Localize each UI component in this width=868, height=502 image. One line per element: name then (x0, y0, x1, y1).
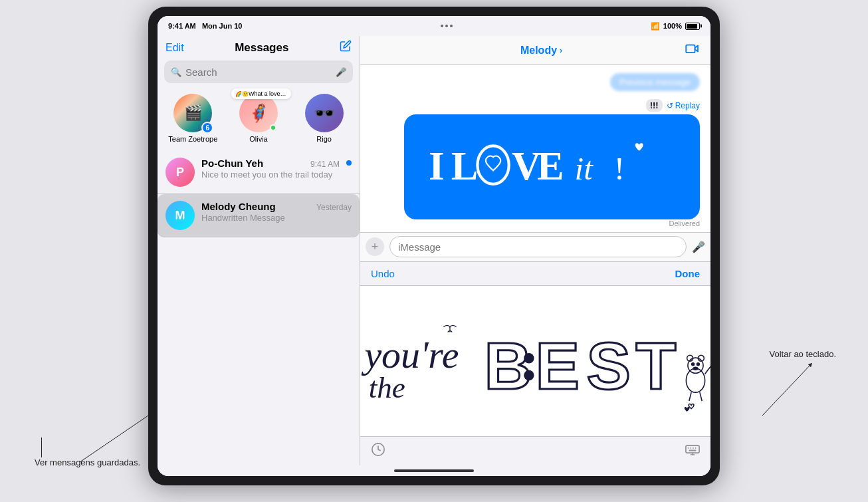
undo-button[interactable]: Undo (371, 268, 395, 279)
conv-preview-melody: Handwritten Message (201, 213, 352, 223)
conv-info-pochun: Po-Chun Yeh 9:41 AM Nice to meet you on … (201, 158, 340, 180)
history-annotation-text: Ver mensagens guardadas. (35, 457, 140, 467)
conv-time-pochun: 9:41 AM (310, 160, 340, 169)
search-input[interactable] (185, 66, 332, 78)
wifi-icon: 📶 (651, 22, 660, 31)
conv-info-melody: Melody Cheung Yesterday Handwritten Mess… (201, 201, 352, 223)
svg-line-34 (80, 416, 148, 462)
svg-text:you're: you're (361, 332, 459, 376)
svg-text:E: E (536, 329, 580, 403)
unread-dot-pochun (346, 160, 352, 166)
svg-text:L: L (451, 144, 478, 188)
svg-point-22 (693, 367, 697, 370)
battery-fill (687, 24, 697, 29)
svg-text:T: T (636, 329, 677, 403)
status-center (441, 25, 453, 27)
compose-button[interactable] (340, 40, 352, 55)
home-indicator (158, 465, 710, 476)
status-bar: 9:41 AM Mon Jun 10 📶 100% (158, 16, 710, 36)
love-it-message-container: !!! ↺ Replay I (371, 99, 700, 230)
status-dot-3 (450, 25, 453, 27)
messages-area: Previous message !!! ↺ Replay (360, 65, 710, 232)
svg-line-33 (762, 364, 811, 416)
featured-name-olivia: Olivia (249, 135, 268, 143)
svg-point-21 (697, 362, 699, 365)
svg-point-17 (688, 358, 703, 373)
edit-button[interactable]: Edit (165, 42, 184, 54)
handwriting-content-svg: you're the B (360, 286, 710, 437)
mic-button[interactable]: 🎤 (692, 241, 705, 253)
unread-badge-zoetrope: 6 (201, 122, 213, 134)
featured-item-olivia[interactable]: 🦸‍♀️ What a lovely day, sunshine! Olivia (232, 94, 285, 143)
battery-percent: 100% (663, 22, 682, 30)
home-bar (394, 469, 474, 472)
conv-preview-pochun: Nice to meet you on the trail today (201, 170, 340, 180)
replay-area: !!! ↺ Replay (643, 99, 700, 112)
svg-point-11 (524, 353, 534, 363)
conversation-item-melody[interactable]: M Melody Cheung Yesterday Handwritten Me… (158, 194, 360, 237)
svg-point-20 (692, 362, 695, 365)
love-it-bubble: I L V (404, 114, 701, 219)
message-input-bar: + 🎤 (360, 232, 710, 261)
canvas-toolbar (360, 436, 710, 465)
svg-text:S: S (587, 329, 631, 403)
svg-text:it: it (574, 150, 594, 187)
conversation-item-pochun[interactable]: P Po-Chun Yeh 9:41 AM Nice to meet you o… (158, 151, 360, 194)
svg-text:!: ! (613, 150, 624, 187)
keyboard-annotation-text: Voltar ao teclado. (770, 349, 836, 359)
chat-contact-name[interactable]: Melody › (520, 45, 562, 57)
add-attachment-button[interactable]: + (366, 237, 384, 256)
avatar-rigo: 🕶️ (305, 94, 344, 132)
avatar-melody: M (165, 201, 195, 230)
replay-icon: ↺ (667, 101, 673, 110)
svg-rect-0 (686, 45, 695, 53)
olivia-message-preview: What a lovely day, sunshine! (231, 88, 291, 99)
chat-header: Melody › (360, 36, 710, 65)
svg-point-3 (477, 146, 508, 184)
love-it-handwriting: I L V (417, 122, 687, 209)
svg-text:the: the (369, 370, 405, 404)
svg-text:E: E (536, 144, 564, 188)
conversation-list: P Po-Chun Yeh 9:41 AM Nice to meet you o… (158, 151, 360, 465)
replay-button[interactable]: ↺ Replay (667, 101, 700, 110)
avatar-team-zoetrope: 🎬 6 (173, 94, 212, 132)
featured-item-team-zoetrope[interactable]: 🎬 6 Team Zoetrope (166, 94, 219, 143)
avatar-pochun: P (165, 158, 195, 187)
ipad-screen: 9:41 AM Mon Jun 10 📶 100% Edit (158, 16, 710, 476)
main-content: Edit Messages 🔍 🎤 (158, 36, 710, 465)
chevron-right-icon: › (560, 46, 562, 55)
svg-rect-27 (686, 445, 699, 453)
svg-text:B: B (484, 329, 532, 403)
olivia-online-dot (270, 124, 276, 131)
sidebar-title: Messages (235, 41, 288, 55)
done-button[interactable]: Done (675, 268, 701, 279)
sidebar: Edit Messages 🔍 🎤 (158, 36, 360, 465)
delivered-label: Delivered (669, 219, 700, 227)
svg-point-12 (524, 370, 534, 380)
microphone-icon: 🎤 (336, 67, 346, 77)
handwriting-toolbar: Undo Done (360, 261, 710, 285)
handwriting-canvas[interactable]: you're the B (360, 285, 710, 437)
chat-area: Melody › Previous mes (360, 36, 710, 465)
status-dot-2 (445, 25, 448, 27)
keyboard-button[interactable] (685, 445, 700, 458)
conv-time-melody: Yesterday (316, 203, 352, 212)
sidebar-header: Edit Messages (158, 36, 360, 61)
battery-icon (685, 23, 700, 30)
conv-name-melody: Melody Cheung (201, 201, 276, 212)
ipad-frame: 9:41 AM Mon Jun 10 📶 100% Edit (148, 7, 720, 485)
previous-message-area: Previous message (371, 73, 700, 91)
video-call-button[interactable] (685, 43, 700, 57)
history-annotation: Ver mensagens guardadas. (35, 438, 140, 467)
keyboard-annotation: Voltar ao teclado. (770, 349, 836, 359)
featured-item-rigo[interactable]: 🕶️ Rigo (298, 94, 351, 143)
status-time: 9:41 AM Mon Jun 10 (168, 22, 242, 30)
message-text-input[interactable] (389, 236, 687, 257)
conv-name-pochun: Po-Chun Yeh (201, 158, 263, 169)
exclaim-badge: !!! (646, 99, 663, 112)
featured-name-rigo: Rigo (316, 135, 332, 143)
history-button[interactable] (371, 442, 385, 460)
status-right: 📶 100% (651, 22, 700, 31)
featured-conversations: 🎬 6 Team Zoetrope 🦸‍♀️ What a lovely day… (158, 88, 360, 151)
search-bar[interactable]: 🔍 🎤 (164, 61, 353, 83)
